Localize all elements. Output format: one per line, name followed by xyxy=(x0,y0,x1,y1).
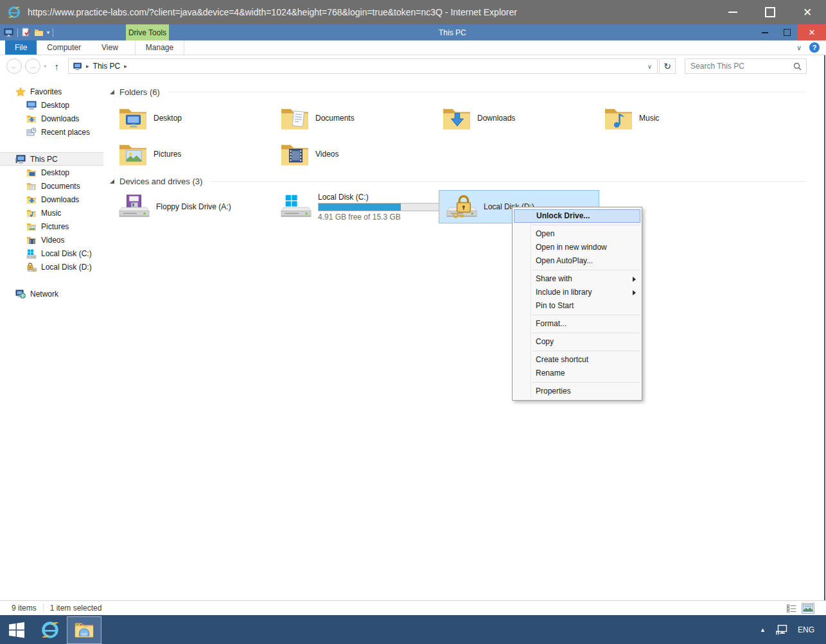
music-folder-icon xyxy=(604,105,633,131)
start-button[interactable] xyxy=(0,615,33,644)
taskbar-file-explorer-button[interactable] xyxy=(67,616,101,644)
forward-button[interactable]: → xyxy=(25,58,40,74)
menu-item-create-shortcut[interactable]: Create shortcut xyxy=(513,353,642,367)
drive-tools-contextual-tab[interactable]: Drive Tools xyxy=(126,24,169,40)
drive-tile-local-disk-c[interactable]: Local Disk (C:) 4.91 GB free of 15.3 GB xyxy=(280,190,441,223)
search-icon[interactable] xyxy=(793,62,806,71)
internet-explorer-icon xyxy=(6,4,22,20)
collapse-triangle-icon[interactable] xyxy=(110,179,114,184)
sidebar-item-pc-downloads[interactable]: Downloads xyxy=(0,193,103,206)
menu-item-open[interactable]: Open xyxy=(513,227,642,241)
sidebar-item-this-pc[interactable]: This PC xyxy=(0,152,103,166)
group-header-folders[interactable]: Folders (6) xyxy=(110,86,807,98)
tiles-view-button[interactable] xyxy=(802,603,814,614)
pictures-folder-icon xyxy=(26,222,37,232)
breadcrumb-this-pc[interactable]: This PC xyxy=(93,62,121,71)
quick-access-toolbar: ▾ xyxy=(4,28,53,37)
tab-file[interactable]: File xyxy=(5,40,37,55)
local-disk-c-icon xyxy=(280,193,312,220)
details-view-button[interactable] xyxy=(785,603,798,614)
collapse-triangle-icon[interactable] xyxy=(110,90,114,94)
show-hidden-icons-button[interactable]: ▲ xyxy=(760,627,766,633)
capacity-bar-fill xyxy=(319,204,401,211)
folder-tile-music[interactable]: Music xyxy=(604,101,760,135)
explorer-window-title: This PC xyxy=(439,24,466,40)
sidebar-item-local-disk-d[interactable]: Local Disk (D:) xyxy=(0,260,103,274)
taskbar-internet-explorer-button[interactable] xyxy=(33,615,67,644)
tab-computer[interactable]: Computer xyxy=(37,40,91,55)
menu-separator xyxy=(532,351,640,351)
menu-item-rename[interactable]: Rename xyxy=(513,367,642,380)
tab-view[interactable]: View xyxy=(91,40,128,55)
qat-customize-dropdown-icon[interactable]: ▾ xyxy=(47,30,49,35)
drive-tile-floppy-a[interactable]: Floppy Disk Drive (A:) xyxy=(118,190,275,223)
up-button[interactable]: ↑ xyxy=(55,61,60,72)
browser-maximize-button[interactable] xyxy=(751,0,789,24)
menu-item-properties[interactable]: Properties xyxy=(513,385,642,398)
sidebar-item-local-disk-c[interactable]: Local Disk (C:) xyxy=(0,247,103,260)
ribbon-expand-chevron-icon[interactable]: ∨ xyxy=(796,44,802,52)
sidebar-item-pc-pictures[interactable]: Pictures xyxy=(0,220,103,233)
folder-tile-desktop[interactable]: Desktop xyxy=(118,101,275,135)
menu-item-unlock-drive[interactable]: Unlock Drive... xyxy=(514,209,640,223)
desktop-folder-icon xyxy=(118,105,148,131)
capacity-bar xyxy=(318,203,440,211)
sidebar-item-recent-places[interactable]: Recent places xyxy=(0,125,103,139)
downloads-folder-icon xyxy=(442,105,471,131)
computer-icon[interactable] xyxy=(4,28,14,37)
menu-separator xyxy=(532,333,640,333)
tab-manage[interactable]: Manage xyxy=(135,40,184,55)
browser-title: https://www.practice-labs.com/?client=ja… xyxy=(28,7,517,17)
breadcrumb-chevron-icon[interactable]: ▸ xyxy=(124,63,127,69)
browser-close-button[interactable]: ✕ xyxy=(789,0,826,24)
sidebar-item-pc-music[interactable]: Music xyxy=(0,206,103,220)
help-icon[interactable]: ? xyxy=(809,42,820,53)
menu-item-format[interactable]: Format... xyxy=(513,317,642,331)
downloads-folder-icon xyxy=(26,114,37,124)
address-bar[interactable]: ▸ This PC ▸ ∨ xyxy=(68,58,658,74)
folder-tile-downloads[interactable]: Downloads xyxy=(442,101,599,135)
sidebar-item-network[interactable]: Network xyxy=(0,287,103,300)
explorer-restore-button[interactable] xyxy=(776,24,798,40)
menu-item-open-autoplay[interactable]: Open AutoPlay... xyxy=(513,254,642,268)
internet-explorer-icon xyxy=(39,619,61,641)
sidebar-item-favorites[interactable]: Favorites xyxy=(0,85,103,98)
language-indicator[interactable]: ENG xyxy=(798,625,814,634)
address-dropdown-icon[interactable]: ∨ xyxy=(647,63,657,70)
sidebar-item-pc-documents[interactable]: Documents xyxy=(0,179,103,193)
folder-tile-documents[interactable]: Documents xyxy=(280,101,437,135)
new-folder-shortcut-icon[interactable] xyxy=(34,28,44,37)
network-status-icon[interactable] xyxy=(775,624,788,636)
sidebar-item-desktop[interactable]: Desktop xyxy=(0,98,103,112)
menu-item-share-with[interactable]: Share with xyxy=(513,272,642,286)
folder-tile-videos[interactable]: Videos xyxy=(280,137,437,171)
folder-tile-pictures[interactable]: Pictures xyxy=(118,137,275,171)
sidebar-item-pc-desktop[interactable]: Desktop xyxy=(0,166,103,179)
search-box[interactable] xyxy=(685,58,807,74)
window-right-border xyxy=(824,55,825,615)
explorer-close-button[interactable]: ✕ xyxy=(798,24,826,40)
windows-logo-icon xyxy=(8,622,25,638)
sidebar-item-pc-videos[interactable]: Videos xyxy=(0,233,103,247)
recent-locations-dropdown-icon[interactable]: ▾ xyxy=(44,63,47,69)
network-icon xyxy=(15,289,26,299)
group-header-devices[interactable]: Devices and drives (3) xyxy=(110,175,807,187)
submenu-arrow-icon xyxy=(633,277,636,282)
breadcrumb-chevron-icon[interactable]: ▸ xyxy=(86,63,89,69)
back-button[interactable]: ← xyxy=(6,58,22,74)
browser-minimize-button[interactable] xyxy=(714,0,751,24)
properties-shortcut-icon[interactable] xyxy=(21,28,31,37)
menu-item-include-in-library[interactable]: Include in library xyxy=(513,286,642,299)
menu-separator xyxy=(532,315,640,315)
search-input[interactable] xyxy=(685,62,793,71)
menu-item-pin-to-start[interactable]: Pin to Start xyxy=(513,299,642,313)
local-disk-d-locked-icon xyxy=(26,262,37,272)
explorer-minimize-button[interactable] xyxy=(754,24,776,40)
taskbar: ▲ ENG xyxy=(0,615,826,644)
menu-item-copy[interactable]: Copy xyxy=(513,335,642,349)
refresh-button[interactable]: ↻ xyxy=(659,58,676,74)
breadcrumb-computer-icon xyxy=(73,62,82,71)
sidebar-item-downloads[interactable]: Downloads xyxy=(0,112,103,125)
videos-folder-icon xyxy=(280,141,310,167)
menu-item-open-new-window[interactable]: Open in new window xyxy=(513,241,642,254)
